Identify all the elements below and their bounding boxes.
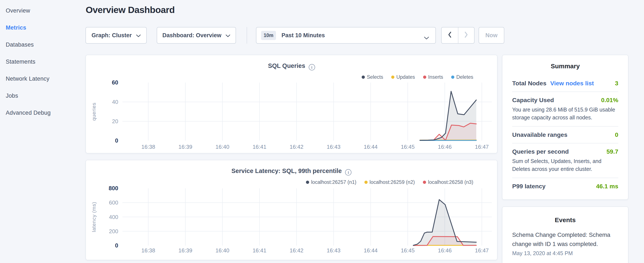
- sidebar-item-databases[interactable]: Databases: [0, 36, 85, 53]
- summary-panel: Summary Total NodesView nodes list3Capac…: [502, 55, 628, 200]
- service-latency-chart-card: Service Latency: SQL, 99th percentilei l…: [86, 160, 498, 260]
- svg-text:400: 400: [109, 214, 118, 220]
- graph-dropdown[interactable]: Graph: Cluster: [86, 27, 147, 44]
- sidebar-item-advanced-debug[interactable]: Advanced Debug: [0, 104, 85, 121]
- summary-row: P99 latency46.1 ms: [512, 178, 618, 194]
- svg-text:800: 800: [109, 185, 118, 191]
- summary-row-value: 46.1 ms: [596, 183, 618, 190]
- svg-text:0: 0: [115, 137, 118, 144]
- svg-text:20: 20: [112, 118, 118, 124]
- graph-dropdown-label: Graph: Cluster: [92, 32, 132, 39]
- svg-text:16:38: 16:38: [142, 144, 155, 150]
- sidebar-item-jobs[interactable]: Jobs: [0, 87, 85, 104]
- chevron-right-icon: [464, 31, 468, 40]
- time-step-buttons: [441, 27, 474, 44]
- sidebar-item-metrics[interactable]: Metrics: [0, 19, 85, 36]
- summary-row-label: Unavailable ranges: [512, 131, 568, 138]
- time-range-badge: 10m: [261, 31, 276, 40]
- db-console-app: OverviewMetricsDatabasesStatementsNetwor…: [0, 0, 644, 263]
- svg-text:16:43: 16:43: [327, 144, 340, 150]
- summary-row-note: Sum of Selects, Updates, Inserts, and De…: [512, 157, 618, 173]
- events-title: Events: [512, 216, 618, 224]
- summary-row: Queries per second59.7Sum of Selects, Up…: [512, 143, 618, 178]
- next-time-button[interactable]: [458, 28, 474, 43]
- events-panel: Events Schema Change Completed: Schema c…: [502, 206, 628, 263]
- summary-row-label: P99 latency: [512, 183, 546, 190]
- svg-text:16:40: 16:40: [216, 247, 230, 254]
- summary-rows: Total NodesView nodes list3Capacity Used…: [512, 75, 618, 194]
- svg-text:16:41: 16:41: [252, 247, 266, 254]
- svg-text:16:47: 16:47: [475, 247, 489, 254]
- chart-plot-area[interactable]: 0204060queries16:3816:3916:4016:4116:421…: [86, 55, 497, 153]
- event-timestamp: May 13, 2020 at 4:45 PM: [512, 250, 618, 256]
- sidebar-item-overview[interactable]: Overview: [0, 2, 85, 19]
- chart-plot-area[interactable]: 0200400600800latency (ms)16:3816:3916:40…: [86, 160, 497, 260]
- sidebar-item-statements[interactable]: Statements: [0, 53, 85, 70]
- summary-row-value: 0: [615, 131, 618, 138]
- page-title: Overview Dashboard: [86, 5, 175, 15]
- dashboard-dropdown-label: Dashboard: Overview: [162, 32, 222, 39]
- svg-text:16:39: 16:39: [178, 247, 192, 254]
- summary-row: Capacity Used0.01%You are using 28.6 MiB…: [512, 92, 618, 126]
- svg-text:16:44: 16:44: [364, 247, 378, 254]
- svg-text:200: 200: [109, 228, 118, 234]
- svg-text:16:47: 16:47: [475, 144, 489, 150]
- chevron-down-icon: [226, 32, 230, 39]
- prev-time-button[interactable]: [442, 28, 458, 43]
- summary-row-label: Capacity Used: [512, 97, 554, 104]
- chevron-left-icon: [448, 31, 452, 40]
- svg-text:16:38: 16:38: [142, 247, 155, 254]
- svg-text:40: 40: [112, 99, 118, 105]
- sidebar-item-network-latency[interactable]: Network Latency: [0, 70, 85, 87]
- time-range-label: Past 10 Minutes: [282, 32, 325, 39]
- svg-text:600: 600: [109, 199, 118, 206]
- sql-queries-chart-card: SQL Queriesi SelectsUpdatesInsertsDelete…: [86, 55, 498, 153]
- summary-row-label: Total Nodes: [512, 80, 546, 87]
- svg-text:16:40: 16:40: [216, 144, 230, 150]
- svg-text:0: 0: [115, 242, 118, 249]
- view-nodes-list-link[interactable]: View nodes list: [550, 80, 594, 87]
- svg-text:16:41: 16:41: [252, 144, 266, 150]
- svg-text:16:46: 16:46: [438, 144, 452, 150]
- event-text: Schema Change Completed: Schema change w…: [512, 230, 618, 248]
- summary-title: Summary: [512, 62, 618, 70]
- now-button[interactable]: Now: [478, 27, 504, 44]
- summary-row-value: 3: [615, 80, 618, 87]
- summary-row-note: You are using 28.6 MiB of 515.9 GiB usab…: [512, 106, 618, 122]
- toolbar-divider: [247, 27, 247, 44]
- svg-text:16:42: 16:42: [290, 144, 304, 150]
- summary-row-value: 59.7: [606, 148, 618, 155]
- sidebar-nav: OverviewMetricsDatabasesStatementsNetwor…: [0, 0, 85, 263]
- dashboard-dropdown[interactable]: Dashboard: Overview: [157, 27, 236, 44]
- svg-text:16:43: 16:43: [327, 247, 340, 254]
- summary-row-value: 0.01%: [601, 97, 618, 104]
- time-range-selector[interactable]: 10m Past 10 Minutes: [256, 27, 436, 44]
- summary-row: Unavailable ranges0: [512, 126, 618, 143]
- chevron-down-icon: [136, 32, 141, 39]
- now-button-label: Now: [486, 32, 498, 39]
- svg-text:queries: queries: [91, 103, 97, 121]
- svg-text:latency (ms): latency (ms): [91, 202, 97, 232]
- events-list: Schema Change Completed: Schema change w…: [512, 230, 618, 256]
- chevron-down-icon: [424, 35, 429, 41]
- svg-text:60: 60: [112, 79, 118, 86]
- svg-text:16:45: 16:45: [401, 144, 414, 150]
- summary-row-label: Queries per second: [512, 148, 569, 155]
- svg-text:16:45: 16:45: [401, 247, 414, 254]
- svg-text:16:46: 16:46: [438, 247, 452, 254]
- summary-row: Total NodesView nodes list3: [512, 75, 618, 92]
- svg-text:16:42: 16:42: [290, 247, 304, 254]
- svg-text:16:44: 16:44: [364, 144, 378, 150]
- event-item: Schema Change Completed: Schema change w…: [512, 230, 618, 256]
- svg-text:16:39: 16:39: [178, 144, 192, 150]
